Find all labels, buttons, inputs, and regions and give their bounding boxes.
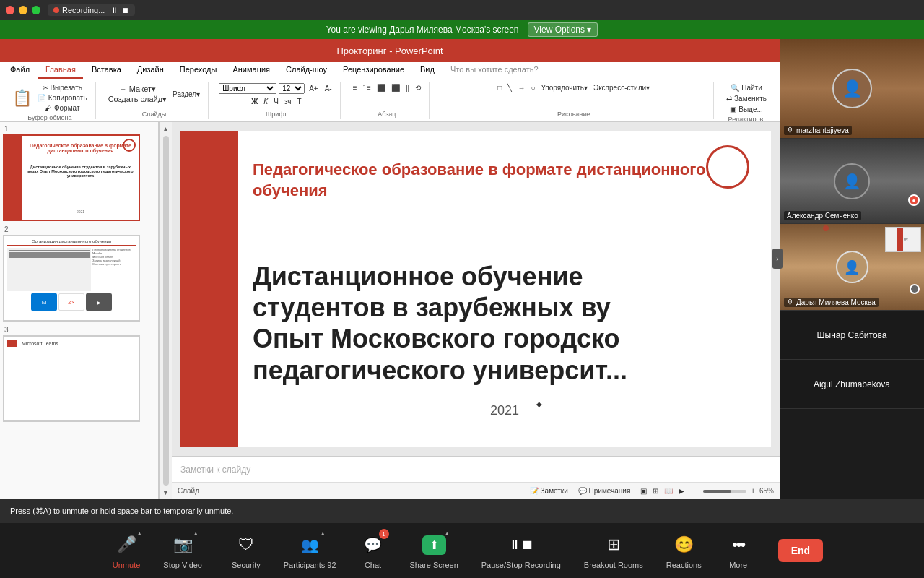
minimize-window-button[interactable] — [19, 6, 27, 14]
stop-video-button[interactable]: 📷 ▲ Stop Video — [152, 532, 214, 569]
avatar-3: 👤 — [836, 251, 868, 283]
tab-insert[interactable]: Вставка — [84, 62, 128, 79]
slide-sorter-btn[interactable]: ⊞ — [650, 486, 661, 496]
security-label: Security — [232, 561, 261, 569]
slide-thumb-image-3[interactable]: Microsoft Teams — [3, 335, 140, 422]
tab-animation[interactable]: Анимация — [225, 62, 277, 79]
unmute-arrow-icon[interactable]: ▲ — [136, 530, 142, 537]
more-button[interactable]: ••• More — [713, 532, 764, 569]
cut-button[interactable]: ✂ Вырезать — [35, 83, 90, 92]
scroll-up-button[interactable]: ▲ — [161, 124, 171, 134]
stop-recording-icon[interactable]: ⏹ — [121, 6, 129, 14]
strikethrough-btn[interactable]: зч — [282, 97, 293, 106]
main-slide-title: Педагогическое образование в формате дис… — [253, 160, 757, 201]
replace-btn[interactable]: ⇄ Заменить — [724, 94, 769, 103]
tab-transitions[interactable]: Переходы — [173, 62, 225, 79]
stop-icon: ⏹ — [521, 538, 534, 553]
align-left-btn[interactable]: ⬛ — [375, 83, 388, 92]
video-arrow-icon[interactable]: ▲ — [193, 530, 199, 537]
tab-view[interactable]: Вид — [413, 62, 442, 79]
notes-bar[interactable]: Заметки к слайду — [172, 456, 780, 482]
paste-button[interactable]: 📋 — [10, 88, 34, 108]
chat-button[interactable]: 💬 1 Chat — [348, 532, 398, 569]
slide-thumbnail-1[interactable]: 1 Педагогическое образование в формате д… — [3, 125, 155, 221]
normal-view-btn[interactable]: ▣ — [638, 486, 649, 496]
shape-oval-btn[interactable]: ○ — [528, 83, 537, 92]
main-slide-canvas[interactable]: Педагогическое образование в формате дис… — [180, 131, 771, 447]
zoom-in-btn[interactable]: + — [749, 486, 757, 496]
copy-button[interactable]: 📄 Копировать — [35, 93, 90, 103]
slide-number-1: 1 — [3, 125, 155, 133]
comments-view-btn[interactable]: 💬 Примечания — [576, 486, 633, 496]
format-brush-button[interactable]: 🖌 Формат — [35, 103, 90, 113]
slide-thumb-image-2[interactable]: Организация дистанционного обучения — [3, 235, 140, 322]
reactions-button[interactable]: 😊 Reactions — [655, 532, 713, 569]
slide1-thumb-year: 2021 — [26, 210, 135, 214]
tab-search[interactable]: Что вы хотите сделать? — [443, 62, 546, 79]
shape-arrow-btn[interactable]: → — [515, 83, 527, 92]
tab-home[interactable]: Главная — [38, 62, 83, 79]
decrease-font-btn[interactable]: A- — [323, 84, 334, 93]
increase-font-btn[interactable]: A+ — [307, 84, 321, 93]
slide-thumb-image-1[interactable]: Педагогическое образование в формате дис… — [3, 134, 140, 221]
pause-stop-recording-button[interactable]: ⏸ ⏹ Pause/Stop Recording — [470, 532, 572, 569]
slide-thumbnail-2[interactable]: 2 Организация дистанционного обучения — [3, 225, 155, 322]
numbering-btn[interactable]: 1≡ — [361, 83, 373, 92]
ppt-ribbon: Файл Главная Вставка Дизайн Переходы Ани… — [0, 62, 780, 122]
tab-slideshow[interactable]: Слайд-шоу — [279, 62, 334, 79]
font-size-select[interactable]: 12 — [279, 83, 305, 94]
select-btn[interactable]: ▣ Выде... — [724, 105, 769, 114]
align-right-btn[interactable]: ⬛ — [389, 83, 402, 92]
bullets-btn[interactable]: ≡ — [351, 83, 359, 92]
share-arrow-dropdown-icon[interactable]: ▲ — [444, 530, 450, 537]
shape-line-btn[interactable]: ╲ — [505, 83, 514, 92]
arrange-btn[interactable]: Упорядочить▾ — [539, 83, 590, 92]
record-icon-3 — [910, 284, 920, 294]
end-meeting-button[interactable]: End — [778, 539, 823, 562]
body-line2: студентов в зарубежных ву — [253, 293, 611, 322]
tab-file[interactable]: Файл — [3, 62, 37, 79]
ribbon-group-edit: 🔍 Найти ⇄ Заменить ▣ Выде... Редактиров. — [718, 82, 775, 119]
breakout-rooms-button[interactable]: ⊞ Breakout Rooms — [572, 532, 655, 569]
shadow-btn[interactable]: Т — [295, 97, 303, 106]
scroll-down-button[interactable]: ▼ — [161, 487, 171, 498]
ribbon-group-clipboard: 📋 ✂ Вырезать 📄 Копировать 🖌 Формат Буфер… — [4, 82, 96, 119]
font-family-select[interactable]: Шрифт — [219, 83, 276, 94]
column-btn[interactable]: || — [404, 83, 411, 92]
italic-btn[interactable]: К — [261, 97, 270, 106]
tab-review[interactable]: Рецензирование — [336, 62, 411, 79]
maximize-window-button[interactable] — [32, 6, 40, 14]
share-screen-button[interactable]: ⬆ ▲ Share Screen — [398, 532, 470, 569]
notes-view-btn[interactable]: 📝 Заметки — [528, 486, 570, 496]
security-button[interactable]: 🛡 Security — [220, 532, 272, 569]
close-window-button[interactable] — [6, 6, 14, 14]
unmute-button[interactable]: 🎤 ▲ Unmute — [101, 532, 152, 569]
bold-btn[interactable]: Ж — [249, 97, 260, 106]
panel-collapse-button[interactable]: › — [772, 249, 783, 269]
section-button[interactable]: Раздел▾ — [170, 83, 202, 105]
zoom-out-btn[interactable]: − — [692, 486, 701, 496]
participant-name-5: Aigul Zhumabekova — [814, 379, 890, 389]
main-slide-wrapper: Педагогическое образование в формате дис… — [172, 122, 780, 456]
quick-styles-btn[interactable]: Экспресс-стили▾ — [591, 83, 652, 92]
slideshow-btn[interactable]: ▶ — [676, 486, 687, 496]
tab-design[interactable]: Дизайн — [130, 62, 171, 79]
zoom-slider[interactable] — [703, 490, 746, 493]
text-direction-btn[interactable]: ⟲ — [413, 83, 423, 92]
participants-arrow-icon[interactable]: ▲ — [320, 530, 326, 537]
pause-recording-icon[interactable]: ⏸ — [110, 6, 118, 14]
participants-button[interactable]: 👥 ▲ Participants 92 — [272, 532, 348, 569]
main-slide-year: 2021 — [253, 403, 757, 418]
more-icon-container: ••• — [725, 532, 751, 558]
body-line4: педагогического университ... — [253, 355, 627, 385]
new-slide-button[interactable]: ＋ Макет▾Создать слайд▾ — [106, 83, 169, 105]
clipboard-label: Буфер обмена — [27, 114, 71, 121]
find-btn[interactable]: 🔍 Найти — [724, 83, 769, 92]
underline-btn[interactable]: Ч — [271, 97, 281, 106]
reading-view-btn[interactable]: 📖 — [662, 486, 675, 496]
view-options-button[interactable]: View Options ▾ — [528, 22, 598, 37]
security-icon-container: 🛡 — [233, 532, 259, 558]
avatar-2: 👤 — [834, 163, 870, 199]
shape-rect-btn[interactable]: □ — [495, 83, 504, 92]
slide-thumbnail-3[interactable]: 3 Microsoft Teams — [3, 326, 155, 422]
